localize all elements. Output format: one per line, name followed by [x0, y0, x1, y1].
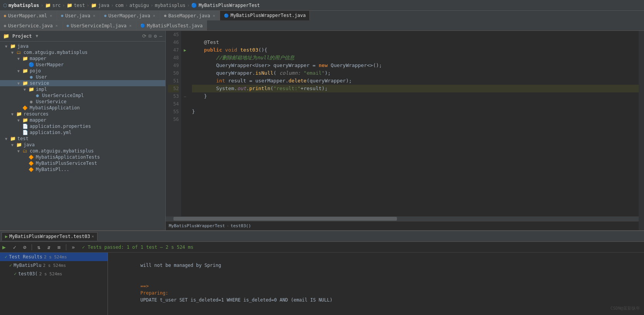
run-icon-line47[interactable]: ▶ — [181, 46, 189, 54]
tree-item-impl[interactable]: ▼ 📁 impl — [0, 86, 165, 92]
tab-usermapper-java[interactable]: ● UserMapper.java ✕ — [100, 10, 160, 20]
tabs-row-1: ◉ UserMapper.xml ✕ ● User.java ✕ ● UserM… — [0, 10, 644, 20]
scrollbar-thumb[interactable] — [173, 217, 397, 221]
ln-51: 51 — [168, 77, 179, 85]
sync-icon[interactable]: ⟳ — [142, 33, 146, 39]
folder-impl-icon: 📁 — [28, 87, 35, 92]
minimize-icon[interactable]: — — [159, 33, 162, 39]
tab-close-userserviceimpl[interactable]: ✕ — [128, 23, 132, 28]
tree-item-mapper-res[interactable]: ▼ 📁 mapper — [0, 117, 165, 123]
tab-mybatiswrappertest[interactable]: 🔵 MyBatisPlusWrapperTest.java — [220, 10, 310, 20]
test-results-panel: ✓ Test Results 2 s 524ms ✓ MyBatisPlu 2 … — [0, 253, 108, 315]
tab-run[interactable]: ▶ MyBatisPlusWrapperTest.test03 ✕ — [2, 232, 98, 241]
arrow-pkg: ▼ — [9, 50, 15, 55]
code-line-46: @Test — [192, 39, 639, 46]
tab-close-basemapper[interactable]: ✕ — [212, 13, 216, 18]
fold-icon-53[interactable]: – — [181, 92, 189, 100]
toggle-button[interactable]: ≡ — [55, 243, 63, 251]
code-line-52: System . out . println ( "result:" +resu… — [192, 85, 639, 92]
tree-label-service: service — [30, 80, 49, 86]
code-line-48: //删除邮箱地址为null的用户信息 — [192, 54, 639, 62]
right-gutter — [639, 31, 644, 230]
code-line-49: QueryWrapper < User > queryWrapper = new… — [192, 62, 639, 69]
bc-class[interactable]: MyBatisPlusWrapperTest — [169, 223, 225, 228]
stop-button[interactable]: ⊘ — [20, 243, 29, 251]
tree-label-pkg-test: com.atguigu.mybatisplus — [30, 148, 94, 154]
tree-item-appyml[interactable]: 📄 application.yml — [0, 129, 165, 136]
ln-46: 46 — [168, 39, 179, 46]
folder-service-icon: 📁 — [22, 80, 29, 86]
test-result-time-0: 2 s 524ms — [44, 255, 67, 260]
bottom-panel: ▶ MyBatisPlusWrapperTest.test03 ✕ ▶ ✓ ⊘ … — [0, 230, 644, 315]
tree-item-usermapper[interactable]: 🔵 UserMapper — [0, 62, 165, 68]
ln-52: 52 — [168, 85, 179, 92]
folder-java-test-icon: 📁 — [15, 142, 22, 147]
tree-item-java-test[interactable]: ▼ 📁 java — [0, 142, 165, 148]
watermark: CSDN@蓝影纵年 — [610, 305, 640, 311]
tree-item-java[interactable]: ▼ 📁 java — [0, 43, 165, 49]
tree-item-pkg-test[interactable]: ▼ 🗂 com.atguigu.mybatisplus — [0, 148, 165, 154]
tree-label-mybatispl: MyBatisPl... — [36, 167, 69, 172]
tree-item-apptests[interactable]: 🔶 MybatisApplicationTests — [0, 154, 165, 160]
tree-label-resources: resources — [24, 111, 49, 117]
run-icon[interactable]: ▶ — [2, 244, 6, 251]
ln-56: 56 — [168, 116, 179, 123]
code-lines[interactable]: @Test public void test03 (){ — [189, 31, 639, 216]
ln-48: 48 — [168, 54, 179, 62]
rerun-button[interactable]: ✓ — [10, 243, 19, 251]
test-result-row-1[interactable]: ✓ MyBatisPlu 2 s 524ms — [0, 261, 108, 270]
code-scrollbar[interactable] — [166, 216, 639, 221]
code-line-51: int result = userMapper. delete (queryWr… — [192, 77, 639, 85]
tab-mybatistest[interactable]: 🔵 MyBatisPlusTest.java — [136, 20, 207, 30]
pass-icon-1: ✓ — [9, 263, 12, 268]
test-result-row-2[interactable]: ✓ test03( 2 s 524ms — [0, 270, 108, 278]
bottom-left-icons: ▶ — [2, 244, 6, 251]
tab-basemapper-java[interactable]: ● BaseMapper.java ✕ — [160, 10, 220, 20]
tree-item-mybatisapp[interactable]: 🔶 MybatisApplication — [0, 105, 165, 111]
file-mapper-icon: 🔵 — [28, 62, 35, 67]
tree-item-user[interactable]: ● User — [0, 74, 165, 80]
tab-userservice-java[interactable]: ◉ UserService.java ✕ — [0, 20, 63, 30]
tree-item-servicetest[interactable]: 🔶 MyBatisPlusServiceTest — [0, 160, 165, 166]
java-icon-1: ● — [61, 13, 63, 18]
ln-54: 54 — [168, 100, 179, 108]
sort-az-button[interactable]: ⇅ — [35, 243, 43, 251]
tab-close-userservice[interactable]: ✕ — [55, 23, 59, 28]
file-userservice-icon: ◉ — [28, 99, 35, 104]
main-layout: ◉ UserMapper.xml ✕ ● User.java ✕ ● UserM… — [0, 11, 644, 315]
collapse-icon[interactable]: ⊟ — [149, 33, 152, 39]
tree-item-resources[interactable]: ▼ 📁 resources — [0, 111, 165, 117]
tree-label-pojo: pojo — [30, 68, 41, 74]
file-apptests-icon: 🔶 — [28, 155, 35, 160]
tree-label-mapper: mapper — [30, 56, 46, 61]
code-line-56 — [192, 116, 639, 123]
tab-usermapper-xml[interactable]: ◉ UserMapper.xml ✕ — [0, 10, 57, 20]
tab-close-user[interactable]: ✕ — [92, 13, 96, 18]
tree-item-service[interactable]: ▼ 📁 service — [0, 80, 165, 86]
test-result-label-2: test03( — [18, 271, 38, 276]
sort-za-button[interactable]: ⇵ — [45, 243, 53, 251]
run-content: ✓ Test Results 2 s 524ms ✓ MyBatisPlu 2 … — [0, 253, 644, 315]
tree-item-test[interactable]: ▼ 📁 test — [0, 136, 165, 142]
tree-label-appprops: application.properties — [30, 124, 91, 129]
tree-item-pkg[interactable]: ▼ 🗂 com.atguigu.mybatisplus — [0, 49, 165, 55]
arrow-resources: ▼ — [9, 112, 15, 116]
test-result-row-0[interactable]: ✓ Test Results 2 s 524ms — [0, 253, 108, 261]
settings-icon[interactable]: ⚙ — [154, 33, 157, 39]
bc-method[interactable]: test03() — [230, 223, 251, 228]
tab-user-java[interactable]: ● User.java ✕ — [57, 10, 100, 20]
run-tab-close[interactable]: ✕ — [92, 234, 94, 238]
test-result-time-2: 2 s 524ms — [39, 271, 62, 276]
code-editor[interactable]: 45 46 47 48 49 50 51 52 53 54 55 56 — [166, 31, 639, 230]
tree-item-pojo[interactable]: ▼ 📁 pojo — [0, 68, 165, 74]
tree-item-appprops[interactable]: 📄 application.properties — [0, 123, 165, 129]
tree-item-userservice[interactable]: ◉ UserService — [0, 99, 165, 105]
expand-button[interactable]: » — [69, 243, 77, 251]
tree-item-userserviceimpl[interactable]: ● UserServiceImpl — [0, 92, 165, 99]
tree-item-mybatispl[interactable]: 🔶 MyBatisPl... — [0, 166, 165, 173]
tab-close-usermapper[interactable]: ✕ — [152, 13, 156, 18]
tree-label-java: java — [17, 44, 29, 49]
tab-close-xml[interactable]: ✕ — [49, 13, 53, 18]
tree-item-mapper-folder[interactable]: ▼ 📁 mapper — [0, 55, 165, 62]
tab-userserviceimpl-java[interactable]: ● UserServiceImpl.java ✕ — [63, 20, 137, 30]
